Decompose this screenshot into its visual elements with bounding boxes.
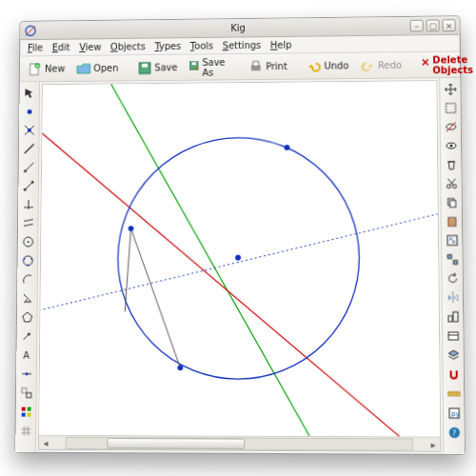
- svg-rect-6: [142, 63, 148, 67]
- menu-view[interactable]: View: [75, 40, 105, 54]
- group-tool[interactable]: [444, 232, 459, 248]
- svg-point-59: [449, 145, 452, 148]
- rotate-tool[interactable]: [445, 271, 460, 287]
- scrollbar-thumb[interactable]: [108, 438, 246, 449]
- save-icon: [137, 60, 152, 75]
- save-button[interactable]: Save: [133, 58, 181, 77]
- copy-tool[interactable]: [444, 195, 459, 210]
- select-tool[interactable]: [443, 101, 458, 116]
- menu-tools[interactable]: Tools: [187, 39, 217, 53]
- svg-rect-66: [449, 217, 453, 219]
- svg-line-22: [25, 182, 32, 189]
- svg-point-54: [177, 365, 183, 370]
- circle-3pts-tool[interactable]: [20, 253, 35, 268]
- svg-point-53: [129, 226, 134, 231]
- menu-objects[interactable]: Objects: [107, 40, 149, 54]
- layers-tool[interactable]: [446, 347, 461, 363]
- pointer-tool[interactable]: [22, 86, 37, 101]
- canvas-area: ◂ ▸: [38, 80, 441, 452]
- svg-rect-43: [21, 413, 25, 417]
- save-as-button[interactable]: Save As: [185, 55, 233, 80]
- svg-rect-69: [452, 240, 455, 243]
- redo-button[interactable]: Redo: [356, 55, 406, 74]
- arc-tool[interactable]: [20, 272, 35, 288]
- point-tool[interactable]: [22, 105, 37, 120]
- polygon-tool[interactable]: [19, 309, 34, 325]
- svg-point-38: [25, 372, 28, 375]
- menu-file[interactable]: File: [24, 41, 47, 55]
- context-help-tool[interactable]: ?: [446, 425, 462, 440]
- scale-tool[interactable]: [445, 309, 460, 325]
- open-button[interactable]: Open: [72, 59, 122, 78]
- measure-tool[interactable]: [446, 387, 461, 402]
- segment-tool[interactable]: [21, 178, 36, 193]
- minimize-button[interactable]: –: [410, 20, 424, 32]
- svg-rect-73: [447, 316, 451, 322]
- left-toolbar: A: [15, 82, 40, 452]
- svg-rect-75: [448, 332, 458, 340]
- perpendicular-tool[interactable]: [21, 197, 36, 212]
- parallel-tool[interactable]: [20, 216, 35, 231]
- svg-rect-64: [449, 201, 455, 208]
- grid-tool[interactable]: [18, 424, 33, 439]
- circle-center-tool[interactable]: [20, 234, 35, 249]
- hide-tool[interactable]: [443, 119, 458, 134]
- svg-point-21: [24, 169, 27, 172]
- script-tool[interactable]: py: [446, 406, 461, 421]
- svg-point-24: [30, 181, 33, 184]
- line-tool[interactable]: [21, 141, 36, 156]
- scroll-right-icon[interactable]: ▸: [426, 438, 440, 450]
- svg-rect-8: [192, 62, 196, 65]
- svg-rect-70: [447, 255, 451, 259]
- menu-help[interactable]: Help: [267, 38, 295, 52]
- svg-rect-39: [21, 388, 26, 393]
- svg-rect-40: [26, 393, 30, 398]
- save-as-icon: [188, 60, 199, 75]
- cut-tool[interactable]: [444, 176, 459, 191]
- svg-line-20: [25, 163, 33, 171]
- menu-types[interactable]: Types: [151, 39, 185, 53]
- print-icon: [248, 59, 263, 74]
- scroll-left-icon[interactable]: ◂: [39, 436, 52, 448]
- close-button[interactable]: ×: [443, 19, 456, 31]
- delete-objects-button[interactable]: Delete Objects: [417, 52, 476, 77]
- show-tool[interactable]: [443, 138, 458, 153]
- svg-rect-42: [27, 407, 30, 411]
- snap-tool[interactable]: [446, 367, 461, 382]
- colorpicker-tool[interactable]: [18, 405, 33, 420]
- new-button[interactable]: + New: [24, 59, 69, 78]
- svg-point-30: [27, 241, 29, 243]
- undo-button[interactable]: Undo: [303, 56, 353, 75]
- right-toolbar: py ?: [439, 78, 465, 454]
- svg-line-57: [446, 122, 455, 131]
- midpoint-tool[interactable]: [19, 367, 34, 382]
- paste-tool[interactable]: [444, 214, 459, 229]
- svg-text:py: py: [451, 410, 460, 418]
- svg-text:?: ?: [452, 428, 456, 437]
- svg-line-47: [39, 210, 440, 313]
- properties-tool[interactable]: [446, 328, 461, 344]
- svg-point-23: [23, 188, 26, 191]
- svg-line-50: [125, 228, 130, 311]
- svg-line-46: [39, 118, 440, 437]
- ungroup-tool[interactable]: [445, 251, 460, 267]
- transform-tool[interactable]: [18, 386, 33, 401]
- angle-tool[interactable]: [20, 290, 35, 306]
- ray-tool[interactable]: [21, 160, 36, 175]
- menu-settings[interactable]: Settings: [219, 38, 265, 52]
- move-tool[interactable]: [443, 82, 458, 97]
- app-icon: [24, 25, 37, 37]
- vector-tool[interactable]: [19, 328, 34, 344]
- maximize-button[interactable]: ▢: [426, 19, 440, 31]
- trash-tool[interactable]: [444, 157, 459, 172]
- horizontal-scrollbar[interactable]: ◂ ▸: [39, 435, 440, 451]
- svg-point-52: [285, 145, 290, 150]
- intersection-tool[interactable]: [22, 123, 37, 138]
- mirror-tool[interactable]: [445, 290, 460, 306]
- geometry-canvas[interactable]: [39, 81, 440, 436]
- menu-edit[interactable]: Edit: [49, 40, 74, 54]
- print-button[interactable]: Print: [245, 57, 291, 76]
- window-title: Kig: [230, 23, 245, 33]
- text-label-tool[interactable]: A: [19, 347, 34, 363]
- svg-point-34: [27, 265, 29, 267]
